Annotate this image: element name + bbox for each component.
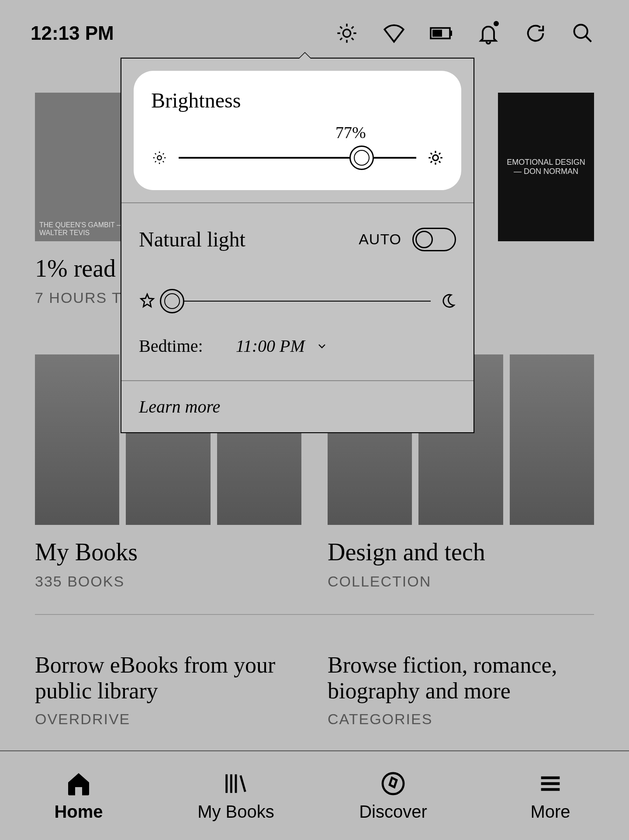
- current-book-cover-right[interactable]: EMOTIONAL DESIGN — DON NORMAN: [498, 93, 594, 241]
- svg-point-6: [433, 155, 439, 161]
- categories-title: Browse fiction, romance, biography and m…: [328, 652, 594, 704]
- nav-mybooks[interactable]: My Books: [157, 751, 314, 840]
- brightness-value-label: 77%: [335, 123, 366, 142]
- overdrive-title: Borrow eBooks from your public library: [35, 652, 301, 704]
- categories-section[interactable]: Browse fiction, romance, biography and m…: [328, 639, 594, 728]
- nav-discover[interactable]: Discover: [314, 751, 472, 840]
- menu-icon: [536, 770, 564, 798]
- brightness-card: Brightness 77%: [134, 71, 461, 190]
- auto-label: AUTO: [359, 231, 401, 248]
- bedtime-dropdown[interactable]: 11:00 PM: [236, 336, 328, 356]
- status-bar: 12:13 PM: [0, 0, 629, 53]
- natural-light-heading: Natural light: [139, 227, 245, 251]
- natural-light-slider[interactable]: [139, 293, 456, 309]
- brightness-slider[interactable]: 77%: [151, 149, 444, 166]
- nav-more-label: More: [530, 802, 570, 822]
- overdrive-section[interactable]: Borrow eBooks from your public library O…: [35, 639, 301, 728]
- clock: 12:13 PM: [31, 22, 114, 44]
- wifi-icon[interactable]: [383, 22, 405, 45]
- brightness-popup: Brightness 77% Natural light AUTO: [121, 58, 474, 433]
- chevron-down-icon: [316, 340, 328, 352]
- nav-discover-label: Discover: [359, 802, 427, 822]
- learn-more-link[interactable]: Learn more: [121, 381, 473, 432]
- svg-marker-7: [141, 294, 154, 307]
- design-title: Design and tech: [328, 538, 594, 566]
- notification-bell-icon[interactable]: [477, 22, 500, 45]
- brightness-heading: Brightness: [151, 88, 444, 112]
- svg-point-0: [343, 29, 350, 37]
- svg-point-4: [574, 25, 588, 38]
- toggle-knob: [415, 231, 433, 248]
- brightness-icon[interactable]: [335, 22, 358, 45]
- bedtime-value: 11:00 PM: [236, 336, 305, 356]
- svg-rect-2: [450, 31, 452, 36]
- my-books-count: 335 BOOKS: [35, 573, 301, 590]
- nav-more[interactable]: More: [472, 751, 629, 840]
- bottom-nav: Home My Books Discover More: [0, 750, 629, 840]
- battery-icon[interactable]: [430, 22, 453, 45]
- brightness-thumb[interactable]: 77%: [349, 146, 374, 170]
- brightness-low-icon: [151, 149, 168, 166]
- design-subtitle: COLLECTION: [328, 573, 594, 590]
- svg-point-5: [157, 156, 162, 160]
- compass-icon: [379, 770, 407, 798]
- overdrive-subtitle: OVERDRIVE: [35, 711, 301, 728]
- nav-home[interactable]: Home: [0, 751, 157, 840]
- my-books-title: My Books: [35, 538, 301, 566]
- natural-light-thumb[interactable]: [160, 289, 184, 313]
- auto-toggle[interactable]: [412, 228, 456, 251]
- night-icon: [439, 293, 456, 309]
- popup-arrow: [298, 52, 311, 59]
- categories-subtitle: CATEGORIES: [328, 711, 594, 728]
- brightness-high-icon: [427, 149, 444, 166]
- sync-icon[interactable]: [524, 22, 547, 45]
- nav-home-label: Home: [54, 802, 103, 822]
- books-icon: [222, 770, 250, 798]
- home-icon: [65, 770, 93, 798]
- svg-point-8: [383, 773, 404, 794]
- nav-mybooks-label: My Books: [197, 802, 274, 822]
- daylight-icon: [139, 293, 156, 309]
- bedtime-label: Bedtime:: [139, 336, 203, 356]
- svg-rect-3: [432, 30, 442, 37]
- search-icon[interactable]: [571, 22, 594, 45]
